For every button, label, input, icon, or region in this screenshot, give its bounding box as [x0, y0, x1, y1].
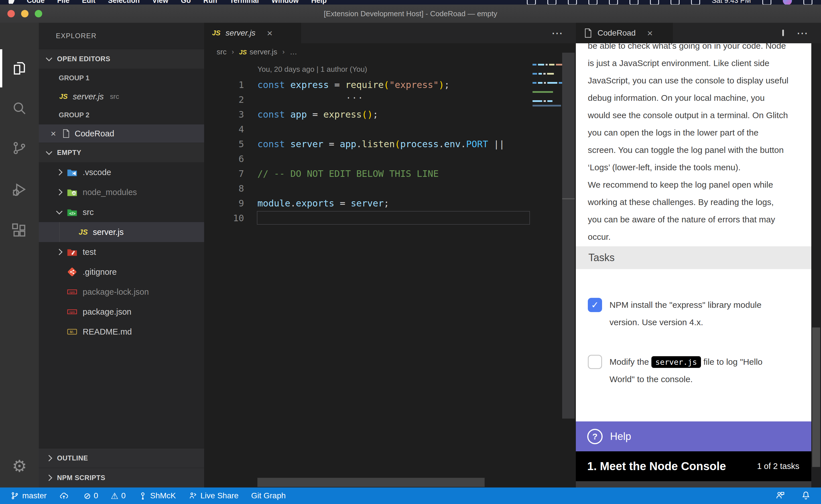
code-area[interactable]: 1const express = require("express");23co… [204, 77, 576, 226]
code-line-2[interactable]: 2 [204, 92, 576, 107]
tree-item--vscode[interactable]: .vscode [39, 162, 204, 182]
control-center-icon[interactable] [803, 0, 812, 5]
lesson-step-bar[interactable]: 1. Meet the Node Console 1 of 2 tasks [576, 451, 812, 481]
more-actions-icon[interactable]: ⋯ [551, 26, 563, 40]
tab-coderoad[interactable]: CodeRoad × [576, 23, 673, 43]
status-cloud-upload-icon[interactable] [59, 491, 71, 500]
open-editors-group-label: GROUP 1 [39, 69, 204, 87]
play-icon[interactable] [609, 0, 618, 5]
breadcrumb-separator: › [282, 48, 285, 56]
tree-item-readme-md[interactable]: M↓README.md [39, 322, 204, 342]
close-tab-icon[interactable]: × [647, 28, 653, 39]
activity-source-control-icon[interactable] [0, 127, 39, 169]
activity-search-icon[interactable] [0, 87, 39, 130]
tree-item-package-json[interactable]: npmpackage.json [39, 302, 204, 322]
close-tab-icon[interactable]: × [267, 28, 273, 39]
task-checkbox-checked[interactable] [588, 298, 602, 312]
code-line-1[interactable]: 1const express = require("express"); [204, 77, 576, 92]
activity-run-debug-icon[interactable] [0, 168, 39, 211]
open-editors-section-header[interactable]: OPEN EDITORS [39, 49, 204, 69]
activity-extensions-icon[interactable] [0, 209, 39, 252]
tree-item-node_modules[interactable]: JSnode_modules [39, 182, 204, 202]
breadcrumb-item[interactable]: src [217, 48, 227, 56]
tree-item-test[interactable]: test [39, 242, 204, 262]
code-line-6[interactable]: 6 [204, 151, 576, 166]
section-outline[interactable]: OUTLINE [39, 448, 204, 468]
tree-item-package-lock-json[interactable]: npmpackage-lock.json [39, 282, 204, 302]
battery-icon[interactable] [691, 0, 700, 5]
volume-icon[interactable] [650, 0, 659, 5]
breadcrumb-item[interactable]: JSserver.js [239, 48, 277, 56]
code-line-3[interactable]: 3const app = express(); [204, 107, 576, 122]
webview-actions: ⋯ [782, 23, 808, 43]
help-bar[interactable]: Help [576, 421, 812, 451]
editor-overview-ruler[interactable] [562, 53, 575, 419]
tree-item--gitignore[interactable]: .gitignore [39, 262, 204, 282]
minimap[interactable] [531, 63, 562, 108]
task-checkbox[interactable] [588, 355, 602, 369]
code-line-7[interactable]: 7// -- DO NOT EDIT BELOW THIS LINE [204, 166, 576, 181]
menubar-clock[interactable]: Sat 9:43 PM [712, 0, 751, 5]
status-0[interactable]: ⊘0 [84, 491, 98, 501]
code-line-5[interactable]: 5const server = app.listen(process.env.P… [204, 137, 576, 151]
open-editor-item-server-js[interactable]: JSserver.jssrc [39, 87, 204, 106]
open-editor-item-coderoad[interactable]: ×CodeRoad [39, 124, 204, 143]
app-status-icon[interactable] [527, 0, 536, 5]
siri-icon[interactable] [783, 0, 792, 5]
menu-item-terminal[interactable]: Terminal [230, 0, 259, 5]
settings-gear-icon[interactable]: ⚙ [0, 450, 39, 482]
menu-item-help[interactable]: Help [311, 0, 327, 5]
vertical-scrollbar[interactable] [811, 43, 821, 487]
menu-item-window[interactable]: Window [271, 0, 299, 5]
code-line-4[interactable]: 4 [204, 122, 576, 137]
more-actions-icon[interactable]: ⋯ [797, 26, 808, 40]
menu-item-edit[interactable]: Edit [82, 0, 95, 5]
spotlight-search-icon[interactable] [762, 0, 771, 5]
folder-section-header[interactable]: EMPTY [39, 143, 204, 162]
code-token: || [488, 139, 504, 149]
status-shmck[interactable]: ShMcK [138, 491, 176, 500]
code-line-8[interactable]: 8 [204, 181, 576, 196]
close-editor-icon[interactable]: × [49, 128, 58, 139]
status-live-share[interactable]: Live Share [188, 491, 239, 500]
code-line-10[interactable]: 10 [204, 211, 576, 226]
window-title-bar[interactable]: [Extension Development Host] - CodeRoad … [0, 5, 821, 23]
code-token: . [356, 139, 362, 149]
apple-icon[interactable] [9, 0, 15, 5]
shield-icon[interactable] [547, 0, 556, 5]
task-text-span: file to log "Hello [701, 357, 763, 366]
scrollbar-thumb[interactable] [812, 327, 820, 467]
switch-icon[interactable] [671, 0, 680, 5]
menu-item-view[interactable]: View [152, 0, 168, 5]
menu-item-code[interactable]: Code [27, 0, 45, 5]
git-blame-codelens[interactable]: You, 20 days ago | 1 author (You) [258, 65, 367, 74]
code-token: ( [362, 109, 367, 120]
activity-explorer-icon[interactable] [0, 47, 39, 90]
menu-item-go[interactable]: Go [181, 0, 191, 5]
menu-item-selection[interactable]: Selection [108, 0, 140, 5]
shield-icon[interactable] [568, 0, 577, 5]
section-npm-scripts[interactable]: NPM SCRIPTS [39, 468, 204, 487]
tree-item-server-js[interactable]: JSserver.js [39, 222, 204, 242]
tree-item-src[interactable]: </>src [39, 202, 204, 222]
status-master[interactable]: master [10, 491, 47, 500]
cursor-icon[interactable] [588, 0, 597, 5]
feedback-icon[interactable] [775, 490, 785, 501]
split-editor-icon[interactable] [782, 30, 784, 36]
menu-item-run[interactable]: Run [203, 0, 217, 5]
menu-item-file[interactable]: File [57, 0, 70, 5]
status-git-graph[interactable]: Git Graph [251, 491, 286, 500]
pencil-icon[interactable] [630, 0, 639, 5]
horizontal-scrollbar[interactable] [258, 478, 485, 487]
status-0[interactable]: ⚠0 [111, 491, 125, 501]
minimap-token [532, 100, 542, 102]
line-number: 9 [204, 196, 244, 211]
tree-item-label: src [83, 208, 94, 217]
code-token: env [444, 139, 461, 149]
breadcrumb-item[interactable]: … [290, 48, 297, 56]
tab-server-js[interactable]: JS server.js × [204, 23, 301, 43]
code-line-9[interactable]: 9module.exports = server; [204, 196, 576, 211]
breadcrumb[interactable]: src›JSserver.js›… [204, 43, 576, 60]
minimap-token [532, 64, 536, 65]
bell-icon[interactable] [801, 490, 811, 501]
